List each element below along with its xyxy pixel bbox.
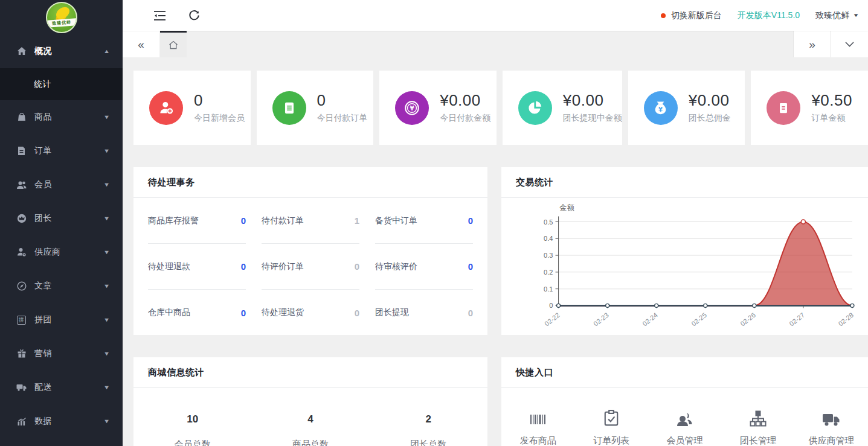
pending-value-link[interactable]: 0 xyxy=(468,215,473,226)
stat-label: 订单金额 xyxy=(811,113,852,124)
sidebar-item-label: 会员 xyxy=(34,179,104,190)
stat-value: ¥0.50 xyxy=(811,92,852,110)
chevron-down-icon: ▼ xyxy=(103,317,110,323)
money-bag-icon: ¥ xyxy=(644,91,678,125)
main-area: 切换新版后台 开发版本V11.5.0 致臻优鲜 ▼ « » xyxy=(123,0,868,446)
chevron-down-icon xyxy=(845,42,854,47)
pending-value-link[interactable]: 0 xyxy=(241,215,246,226)
supplier-manage-icon xyxy=(795,406,868,427)
tab-bar-spacer xyxy=(187,31,793,57)
sidebar-item-label: 供应商 xyxy=(34,247,104,258)
chevron-up-icon: ▲ xyxy=(103,48,110,54)
sidebar-subitem-statistics[interactable]: 统计 xyxy=(0,68,123,100)
sidebar-item-goods[interactable]: 商品 ▼ xyxy=(0,100,123,134)
chevron-down-icon: ▼ xyxy=(103,384,110,390)
panel-header: 快捷入口 xyxy=(501,357,868,388)
sidebar-item-overview[interactable]: 概况 ▲ xyxy=(0,34,123,68)
pending-value[interactable]: 0 xyxy=(355,261,359,272)
quick-entry-label: 发布商品 xyxy=(501,435,574,446)
panel-title: 快捷入口 xyxy=(516,367,553,378)
version-link[interactable]: 开发版本V11.5.0 xyxy=(738,10,800,21)
app-root: 致臻优鲜 概况 ▲ 统计 商品 ▼ xyxy=(0,0,868,446)
pending-label: 备货中订单 xyxy=(375,215,417,226)
sidebar-item-members[interactable]: 会员 ▼ xyxy=(0,168,123,202)
svg-text:0.5: 0.5 xyxy=(544,218,553,226)
pending-item-warehouse-goods: 仓库中商品 0 xyxy=(148,290,246,336)
tabs-menu-button[interactable] xyxy=(831,31,868,57)
mall-stat-goods: 4 商品总数 xyxy=(251,413,369,446)
stat-card-order-amount: ¥0.50 订单金额 xyxy=(751,71,868,145)
refresh-icon[interactable] xyxy=(187,9,201,22)
pending-label: 待付款订单 xyxy=(262,215,304,226)
quick-entry-supplier-manage[interactable]: 供应商管理 xyxy=(795,406,868,446)
quick-entry-publish-goods[interactable]: 发布商品 xyxy=(501,406,574,446)
pending-label: 待处理退款 xyxy=(148,261,190,272)
quick-entry-grid: 发布商品 订单列表 会员管理 xyxy=(501,388,868,446)
tab-home[interactable] xyxy=(160,31,187,57)
chevron-down-icon: ▼ xyxy=(103,351,110,357)
quick-entry-order-list[interactable]: 订单列表 xyxy=(574,406,648,446)
leader-manage-icon xyxy=(721,406,794,427)
panel-title: 待处理事务 xyxy=(148,177,195,188)
sidebar-item-label: 配送 xyxy=(34,382,104,393)
transaction-area-chart: 00.10.20.30.40.5金额02-2202-2302-2402-2502… xyxy=(501,198,868,333)
quick-entry-leader-manage[interactable]: 团长管理 xyxy=(721,406,794,446)
sidebar-item-label: 拼团 xyxy=(34,314,104,325)
groupbuy-icon: 拼 xyxy=(16,315,27,325)
brand-logo-badge: 致臻优鲜 xyxy=(46,2,77,33)
panel-header: 待处理事务 xyxy=(133,167,487,198)
account-menu[interactable]: 致臻优鲜 ▼ xyxy=(815,10,858,21)
sidebar-item-groupbuy[interactable]: 拼 拼团 ▼ xyxy=(0,303,123,337)
svg-text:0.2: 0.2 xyxy=(544,269,553,276)
stat-card-new-members: 0 今日新增会员 xyxy=(133,71,251,145)
yen-coin-icon: ¥ xyxy=(395,91,429,125)
sidebar-item-orders[interactable]: 订单 ▼ xyxy=(0,134,123,168)
mall-stat-members: 10 会员总数 xyxy=(133,413,251,446)
sidebar-item-leaders[interactable]: 团长 ▼ xyxy=(0,202,123,235)
tabs-scroll-right-button[interactable]: » xyxy=(793,31,831,57)
sidebar-item-data[interactable]: 数据 ▼ xyxy=(0,404,123,438)
switch-new-admin-link[interactable]: 切换新版后台 xyxy=(661,10,722,21)
svg-text:0.3: 0.3 xyxy=(544,252,553,259)
chevron-down-icon: ▼ xyxy=(103,114,110,120)
mall-stat-label: 团长总数 xyxy=(370,439,487,446)
stat-label: 团长提现中金额 xyxy=(563,113,622,124)
bag-icon xyxy=(16,112,27,123)
chevron-down-icon: ▼ xyxy=(103,283,110,289)
compass-icon xyxy=(16,281,27,291)
quick-entry-member-manage[interactable]: 会员管理 xyxy=(648,406,721,446)
mall-stat-value: 4 xyxy=(251,413,369,425)
pending-label: 仓库中商品 xyxy=(148,307,190,318)
pending-value[interactable]: 0 xyxy=(468,308,473,318)
sidebar-item-marketing[interactable]: 营销 ▼ xyxy=(0,337,123,371)
collapse-sidebar-icon[interactable] xyxy=(153,9,166,22)
tabs-scroll-left-button[interactable]: « xyxy=(123,31,160,57)
chevron-down-icon: ▼ xyxy=(103,215,110,221)
pending-tasks-panel: 待处理事务 商品库存报警 0 待付款订单 1 备货中订单 xyxy=(133,167,487,335)
svg-text:02-28: 02-28 xyxy=(837,311,855,328)
pending-label: 团长提现 xyxy=(375,307,409,318)
pending-value-link[interactable]: 0 xyxy=(241,261,246,272)
stat-value: ¥0.00 xyxy=(440,92,490,110)
sidebar-item-suppliers[interactable]: 供应商 ▼ xyxy=(0,235,123,269)
chevron-down-icon: ▼ xyxy=(103,249,110,255)
order-list-icon xyxy=(574,406,648,427)
sidebar-item-partial[interactable] xyxy=(0,438,123,446)
pending-value-link[interactable]: 0 xyxy=(468,261,473,272)
brand-logo[interactable]: 致臻优鲜 xyxy=(0,0,123,34)
quick-entry-label: 团长管理 xyxy=(721,435,794,446)
pending-value[interactable]: 1 xyxy=(355,215,359,226)
sidebar-item-delivery[interactable]: 配送 ▼ xyxy=(0,371,123,404)
stat-value: ¥0.00 xyxy=(563,92,622,110)
sidebar-item-articles[interactable]: 文章 ▼ xyxy=(0,269,123,303)
pending-item-to-review-orders: 待评价订单 0 xyxy=(262,244,359,290)
pending-item-leader-withdraw: 团长提现 0 xyxy=(375,290,473,336)
stat-label: 团长总佣金 xyxy=(689,113,731,124)
pending-value[interactable]: 0 xyxy=(355,308,359,318)
svg-text:¥: ¥ xyxy=(410,104,414,112)
member-add-icon xyxy=(149,91,183,125)
svg-text:02-27: 02-27 xyxy=(788,311,806,328)
stat-label: 今日新增会员 xyxy=(194,113,245,124)
pending-value-link[interactable]: 0 xyxy=(241,308,246,318)
chevron-down-icon: ▼ xyxy=(103,182,110,188)
